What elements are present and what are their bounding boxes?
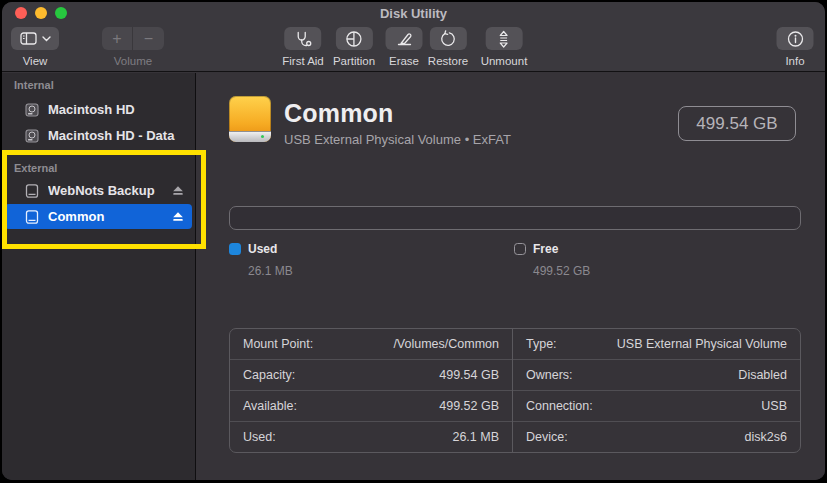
volume-label: Volume xyxy=(114,55,152,67)
restore-group: Restore xyxy=(428,27,468,67)
view-button[interactable] xyxy=(11,27,59,50)
details-table: Mount Point: /Volumes/Common Capacity: 4… xyxy=(229,328,801,453)
sidebar: Internal Macintosh HD Macintosh HD - Dat… xyxy=(2,73,196,480)
first-aid-label: First Aid xyxy=(282,55,324,67)
sidebar-item-label: Common xyxy=(48,209,171,224)
free-value: 499.52 GB xyxy=(533,264,590,278)
used-label: Used xyxy=(248,242,277,256)
info-group: Info xyxy=(777,27,814,67)
restore-button[interactable] xyxy=(430,27,467,50)
info-icon xyxy=(786,30,804,48)
used-swatch-icon xyxy=(229,243,241,255)
detail-label: Owners: xyxy=(526,368,573,382)
sidebar-section-external: External xyxy=(14,162,57,174)
unmount-icon-button[interactable] xyxy=(485,27,522,50)
external-volume-icon xyxy=(229,96,271,142)
detail-label: Mount Point: xyxy=(243,337,313,351)
details-right-column: Type: USB External Physical Volume Owner… xyxy=(513,329,800,452)
detail-label: Type: xyxy=(526,337,557,351)
sidebar-panel-icon xyxy=(20,32,37,45)
detail-value: 499.54 GB xyxy=(439,368,499,382)
info-button[interactable] xyxy=(777,27,814,50)
detail-value: USB xyxy=(761,399,787,413)
table-row: Device: disk2s6 xyxy=(513,421,800,452)
main-content: Common USB External Physical Volume • Ex… xyxy=(197,73,825,480)
sidebar-item-macintosh-hd[interactable]: Macintosh HD xyxy=(5,97,192,122)
sidebar-item-label: WebNots Backup xyxy=(48,183,171,198)
partition-group: Partition xyxy=(333,27,375,67)
used-value: 26.1 MB xyxy=(248,264,293,278)
detail-value: /Volumes/Common xyxy=(393,337,499,351)
sidebar-item-label: Macintosh HD - Data xyxy=(48,128,192,143)
unmount-group: Unmount xyxy=(481,27,528,67)
detail-label: Available: xyxy=(243,399,297,413)
sidebar-section-internal: Internal xyxy=(14,79,54,91)
detail-label: Connection: xyxy=(526,399,593,413)
detail-label: Used: xyxy=(243,430,276,444)
stethoscope-icon xyxy=(294,30,312,48)
chevron-down-icon xyxy=(42,36,51,42)
table-row: Capacity: 499.54 GB xyxy=(230,359,512,390)
erase-label: Erase xyxy=(389,55,419,67)
remove-volume-button[interactable]: − xyxy=(133,27,164,50)
details-left-column: Mount Point: /Volumes/Common Capacity: 4… xyxy=(230,329,513,452)
window-title: Disk Utility xyxy=(2,6,825,21)
volume-group: + − Volume xyxy=(102,27,164,67)
table-row: Owners: Disabled xyxy=(513,359,800,390)
erase-group: Erase xyxy=(386,27,423,67)
partition-label: Partition xyxy=(333,55,375,67)
free-swatch-icon xyxy=(514,243,526,255)
disk-icon-base xyxy=(229,131,271,142)
disk-utility-window: Disk Utility View xyxy=(2,2,825,480)
sidebar-item-common[interactable]: Common xyxy=(5,204,192,229)
legend-used: Used xyxy=(229,242,277,256)
table-row: Mount Point: /Volumes/Common xyxy=(230,329,512,359)
internal-disk-icon xyxy=(24,128,40,144)
restore-arrow-icon xyxy=(439,30,457,48)
free-label: Free xyxy=(533,242,558,256)
detail-label: Device: xyxy=(526,430,568,444)
detail-value: USB External Physical Volume xyxy=(617,337,787,351)
unmount-icon xyxy=(495,30,513,48)
sidebar-item-webnots-backup[interactable]: WebNots Backup xyxy=(5,178,192,203)
external-disk-icon xyxy=(24,183,40,199)
table-row: Type: USB External Physical Volume xyxy=(513,329,800,359)
capacity-bar xyxy=(229,206,801,230)
detail-value: Disabled xyxy=(738,368,787,382)
detail-label: Capacity: xyxy=(243,368,295,382)
view-label: View xyxy=(23,55,48,67)
volume-size-badge: 499.54 GB xyxy=(678,106,796,141)
detail-value: 499.52 GB xyxy=(439,399,499,413)
first-aid-button[interactable] xyxy=(284,27,321,50)
add-volume-button[interactable]: + xyxy=(102,27,133,50)
detail-value: disk2s6 xyxy=(745,430,787,444)
erase-button[interactable] xyxy=(386,27,423,50)
first-aid-group: First Aid xyxy=(282,27,324,67)
volume-subtitle: USB External Physical Volume • ExFAT xyxy=(284,132,511,147)
titlebar-toolbar: Disk Utility View xyxy=(2,2,825,72)
external-disk-icon xyxy=(24,209,40,225)
pie-chart-icon xyxy=(345,30,363,48)
table-row: Connection: USB xyxy=(513,390,800,421)
table-row: Available: 499.52 GB xyxy=(230,390,512,421)
partition-button[interactable] xyxy=(336,27,373,50)
info-label: Info xyxy=(785,55,804,67)
eraser-icon xyxy=(395,30,413,48)
volume-segmented-control: + − xyxy=(102,27,164,50)
sidebar-item-label: Macintosh HD xyxy=(48,102,192,117)
unmount-label: Unmount xyxy=(481,55,528,67)
volume-title: Common xyxy=(284,99,394,128)
sidebar-item-macintosh-hd-data[interactable]: Macintosh HD - Data xyxy=(5,123,192,148)
eject-button[interactable] xyxy=(171,211,185,223)
disk-icon-led xyxy=(261,135,265,139)
table-row: Used: 26.1 MB xyxy=(230,421,512,452)
eject-button[interactable] xyxy=(171,185,185,197)
detail-value: 26.1 MB xyxy=(452,430,499,444)
view-group: View xyxy=(11,27,59,67)
restore-label: Restore xyxy=(428,55,468,67)
internal-disk-icon xyxy=(24,102,40,118)
legend-free: Free xyxy=(514,242,558,256)
